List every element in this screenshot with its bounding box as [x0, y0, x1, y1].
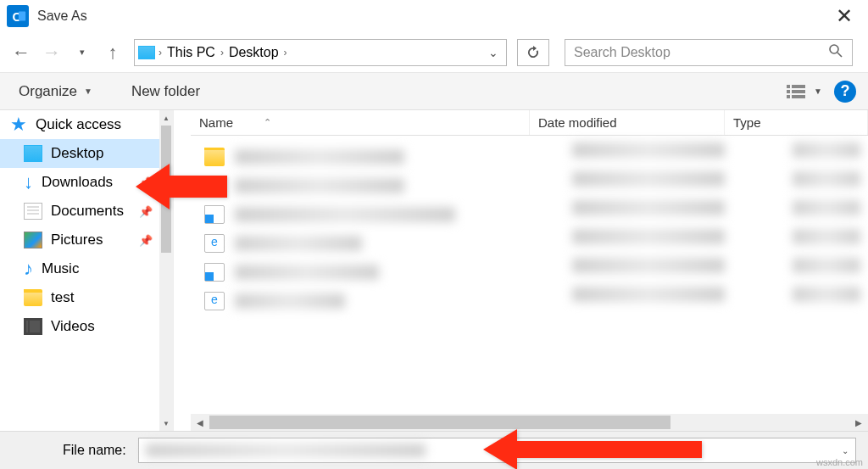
date-obscured: [572, 171, 725, 187]
sidebar-item-label: Documents: [51, 203, 124, 220]
sidebar-item-quickaccess[interactable]: ★ Quick access: [0, 110, 173, 139]
annotation-arrow: [483, 424, 704, 469]
pin-icon: 📌: [139, 234, 153, 247]
file-name-obscured: [235, 293, 345, 309]
sort-indicator: ⌃: [264, 117, 271, 128]
filename-dropdown[interactable]: ⌄: [842, 446, 849, 455]
watermark: wsxdn.com: [816, 457, 863, 467]
help-button[interactable]: ?: [834, 81, 856, 103]
filename-label: File name:: [63, 443, 126, 458]
forward-button[interactable]: →: [39, 40, 64, 65]
svg-rect-9: [787, 95, 790, 98]
file-name-obscured: [235, 236, 362, 251]
sidebar-item-label: Quick access: [36, 116, 121, 133]
history-dropdown[interactable]: ▾: [70, 40, 95, 65]
svg-rect-5: [787, 85, 790, 88]
crumb-desktop[interactable]: Desktop: [224, 45, 284, 60]
html-icon: [204, 292, 225, 310]
up-button[interactable]: ↑: [100, 40, 125, 65]
sidebar-item-label: Videos: [51, 318, 95, 335]
back-button[interactable]: ←: [8, 40, 34, 65]
outlook-icon: O: [7, 5, 29, 27]
date-obscured: [572, 142, 725, 158]
svg-point-3: [830, 45, 838, 53]
file-name-obscured: [235, 149, 404, 165]
svg-rect-6: [792, 85, 805, 88]
document-icon: [24, 203, 42, 220]
type-obscured: [793, 171, 860, 187]
chevron-right-icon[interactable]: ›: [284, 47, 287, 59]
search-input[interactable]: [574, 45, 828, 60]
html-icon: [204, 234, 225, 253]
svg-rect-2: [19, 12, 25, 21]
type-obscured: [793, 287, 860, 302]
file-name-obscured: [235, 207, 455, 222]
download-icon: ↓: [24, 171, 33, 193]
shortcut-icon: [204, 263, 225, 282]
sidebar-item-pictures[interactable]: Pictures 📌: [0, 226, 173, 254]
svg-rect-7: [787, 90, 790, 93]
sidebar-item-videos[interactable]: Videos: [0, 312, 173, 341]
view-button[interactable]: ▼: [787, 83, 822, 100]
videos-icon: [24, 318, 42, 335]
folder-icon: [24, 289, 42, 306]
file-row[interactable]: [204, 229, 868, 258]
svg-rect-10: [792, 95, 805, 98]
details-view-icon: [787, 83, 805, 100]
refresh-button[interactable]: [517, 39, 549, 66]
type-obscured: [793, 258, 860, 273]
column-type[interactable]: Type: [725, 110, 868, 135]
caret-down-icon: ▼: [84, 87, 92, 96]
music-icon: ♪: [24, 258, 33, 280]
date-obscured: [572, 287, 725, 302]
close-button[interactable]: ✕: [827, 1, 861, 31]
organize-label: Organize: [19, 83, 77, 100]
organize-button[interactable]: Organize ▼: [12, 78, 99, 105]
svg-line-4: [837, 53, 842, 57]
new-folder-button[interactable]: New folder: [125, 78, 207, 105]
caret-down-icon: ▼: [814, 87, 822, 96]
column-label: Type: [733, 115, 761, 130]
sidebar-item-label: Desktop: [51, 145, 103, 162]
crumb-thispc[interactable]: This PC: [162, 45, 220, 60]
type-obscured: [793, 200, 860, 215]
file-name-obscured: [235, 265, 379, 280]
sidebar-item-label: Pictures: [51, 232, 103, 248]
column-label: Date modified: [538, 115, 617, 130]
sidebar-item-label: Downloads: [42, 174, 113, 191]
sidebar-item-test[interactable]: test: [0, 283, 173, 312]
date-obscured: [572, 200, 725, 215]
svg-marker-11: [136, 164, 227, 209]
file-row[interactable]: [204, 142, 868, 171]
pictures-icon: [24, 232, 42, 248]
date-obscured: [572, 258, 725, 273]
address-dropdown[interactable]: ⌄: [484, 46, 503, 59]
search-icon[interactable]: [828, 43, 843, 62]
address-bar[interactable]: › This PC › Desktop › ⌄: [134, 39, 507, 66]
sidebar-item-music[interactable]: ♪ Music: [0, 254, 173, 283]
sidebar-item-label: Music: [42, 260, 79, 277]
file-row[interactable]: [204, 258, 868, 287]
date-obscured: [572, 229, 725, 244]
annotation-arrow: [136, 157, 229, 219]
file-row[interactable]: [204, 171, 868, 200]
type-obscured: [793, 142, 860, 158]
type-obscured: [793, 229, 860, 244]
file-row[interactable]: [204, 287, 868, 315]
column-date[interactable]: Date modified: [530, 110, 725, 135]
filename-value-obscured: [146, 444, 426, 457]
newfolder-label: New folder: [131, 83, 200, 100]
desktop-icon: [24, 145, 42, 162]
svg-rect-8: [792, 90, 805, 93]
search-box[interactable]: [565, 39, 853, 66]
column-name[interactable]: Name ⌃: [191, 110, 530, 135]
sidebar-item-label: test: [51, 289, 74, 306]
pc-icon: [138, 46, 155, 59]
svg-marker-12: [483, 429, 702, 469]
file-row[interactable]: [204, 200, 868, 229]
star-icon: ★: [10, 114, 27, 136]
file-name-obscured: [235, 178, 404, 193]
column-label: Name: [199, 115, 233, 130]
window-title: Save As: [37, 8, 87, 24]
file-list[interactable]: [174, 136, 868, 414]
